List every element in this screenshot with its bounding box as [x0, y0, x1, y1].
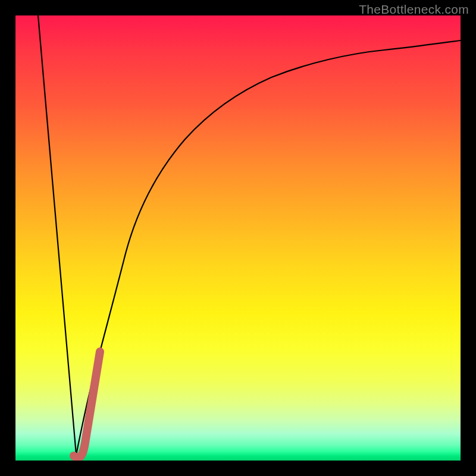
- chart-curves-svg: [15, 15, 461, 461]
- ascending-log-curve: [76, 40, 461, 455]
- descending-left-line: [38, 15, 76, 455]
- watermark-text: TheBottleneck.com: [359, 2, 469, 17]
- plot-area: [15, 15, 461, 461]
- chart-frame: TheBottleneck.com: [0, 0, 476, 476]
